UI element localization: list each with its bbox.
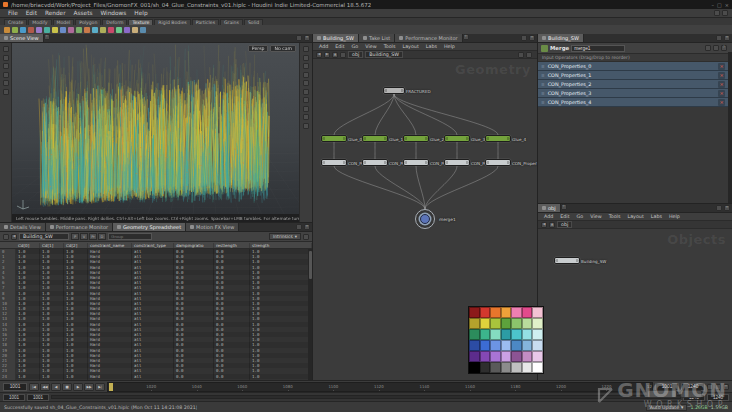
network-canvas[interactable]: Objects Building_SW bbox=[538, 229, 732, 380]
spreadsheet-tab[interactable]: Geometry Spreadsheet bbox=[113, 223, 186, 231]
pin-icon[interactable] bbox=[340, 52, 346, 58]
input-operator-row[interactable]: ≡CON_Properties_4× bbox=[538, 98, 728, 107]
color-swatch[interactable] bbox=[501, 362, 512, 373]
node-Glue_4[interactable]: Glue_4 bbox=[485, 135, 511, 142]
node-merge1[interactable]: merge1 bbox=[415, 209, 435, 229]
spreadsheet-tab[interactable]: Details View bbox=[0, 223, 46, 231]
network-menu-item[interactable]: Tools bbox=[606, 214, 624, 219]
playhead[interactable] bbox=[109, 383, 113, 391]
drag-handle-icon[interactable]: ≡ bbox=[541, 64, 545, 69]
close-button[interactable]: × bbox=[725, 2, 729, 8]
network-menu-item[interactable]: Labs bbox=[423, 44, 440, 49]
spreadsheet-tab[interactable]: Performance Monitor bbox=[46, 223, 113, 231]
network-menu-item[interactable]: View bbox=[362, 44, 379, 49]
geometry-class-toggle[interactable]: V bbox=[80, 233, 88, 240]
global-start-field[interactable] bbox=[3, 394, 25, 401]
network-menu-item[interactable]: Layout bbox=[624, 214, 646, 219]
play-reverse-button[interactable]: ◀◀ bbox=[40, 383, 50, 391]
network-menu-item[interactable]: Layout bbox=[399, 44, 421, 49]
color-swatch[interactable] bbox=[480, 318, 491, 329]
scale-tool-icon[interactable] bbox=[3, 80, 9, 86]
nav-back-icon[interactable]: ◀ bbox=[316, 52, 322, 58]
shelf-tool-icon[interactable] bbox=[52, 27, 58, 33]
node-FRACTURED[interactable]: FRACTURED bbox=[383, 87, 405, 94]
shelf-tool-icon[interactable] bbox=[84, 27, 90, 33]
shelf-tool-icon[interactable] bbox=[4, 27, 10, 33]
shelf-tool-icon[interactable] bbox=[12, 27, 18, 33]
select-tool-icon[interactable] bbox=[3, 55, 9, 61]
color-swatch[interactable] bbox=[469, 329, 480, 340]
color-swatch[interactable] bbox=[469, 340, 480, 351]
shelf-tool-icon[interactable] bbox=[60, 27, 66, 33]
color-swatch[interactable] bbox=[522, 329, 533, 340]
intrinsics-dropdown[interactable]: Intrinsics ▾ bbox=[269, 233, 301, 240]
parameters-tab[interactable]: Building_SW bbox=[538, 34, 584, 42]
play-button[interactable]: ▶▶ bbox=[84, 383, 94, 391]
shelf-tool-icon[interactable] bbox=[68, 27, 74, 33]
color-swatch[interactable] bbox=[532, 351, 543, 362]
network-tab[interactable]: Performance Monitor bbox=[395, 34, 462, 42]
drag-handle-icon[interactable]: ≡ bbox=[541, 100, 545, 105]
pane-menu-icon[interactable]: ≡ bbox=[304, 224, 310, 230]
network-tab[interactable]: Take List bbox=[359, 34, 395, 42]
shelf-tab[interactable]: Create bbox=[4, 19, 27, 25]
color-swatch[interactable] bbox=[480, 329, 491, 340]
column-header[interactable]: constraint_name bbox=[88, 243, 132, 248]
shelf-tab[interactable]: Model bbox=[53, 19, 75, 25]
remove-input-button[interactable]: × bbox=[718, 90, 725, 97]
shading-mode-icon[interactable] bbox=[303, 46, 309, 52]
shelf-tool-icon[interactable] bbox=[36, 27, 42, 33]
input-operator-row[interactable]: ≡CON_Properties_1× bbox=[538, 71, 728, 80]
menu-item[interactable]: File bbox=[4, 10, 22, 16]
pane-menu-icon[interactable]: ≡ bbox=[529, 35, 535, 41]
drag-handle-icon[interactable]: ≡ bbox=[541, 82, 545, 87]
column-header[interactable]: Cd[2] bbox=[64, 243, 88, 248]
node-CON_Properties_0[interactable]: CON_Properties_0 bbox=[321, 159, 347, 166]
drag-handle-icon[interactable]: ≡ bbox=[541, 91, 545, 96]
shelf-tab[interactable]: Particles bbox=[192, 19, 219, 25]
table-row[interactable]: 251.01.01.0Hardall0.00.01.0 bbox=[0, 379, 312, 380]
overlay-chip[interactable] bbox=[647, 390, 677, 398]
network-menu-item[interactable]: View bbox=[587, 214, 604, 219]
color-swatch[interactable] bbox=[469, 307, 480, 318]
wireframe-icon[interactable] bbox=[303, 55, 309, 61]
node-Glue_1[interactable]: Glue_1 bbox=[362, 135, 388, 142]
column-header[interactable]: strength bbox=[250, 243, 312, 248]
color-swatch[interactable] bbox=[480, 340, 491, 351]
color-swatch[interactable] bbox=[511, 307, 522, 318]
column-header[interactable]: Cd[1] bbox=[40, 243, 64, 248]
objects-network-tab[interactable]: obj bbox=[538, 204, 561, 212]
camera-persp-label[interactable]: Persp bbox=[248, 45, 269, 52]
spreadsheet-body[interactable]: 01.01.01.0Hardall0.00.01.011.01.01.0Hard… bbox=[0, 249, 312, 380]
view-tool-icon[interactable] bbox=[3, 46, 9, 52]
network-menu-item[interactable]: Edit bbox=[332, 44, 347, 49]
loop-mode-icon[interactable] bbox=[707, 384, 713, 390]
color-swatch[interactable] bbox=[522, 351, 533, 362]
color-swatch[interactable] bbox=[480, 362, 491, 373]
pane-maximize-icon[interactable] bbox=[716, 205, 722, 211]
shelf-tab[interactable]: Texture bbox=[128, 19, 153, 25]
color-swatch[interactable] bbox=[532, 362, 543, 373]
layout-icon[interactable] bbox=[714, 10, 720, 16]
jump-to-start-button[interactable]: |◀ bbox=[29, 383, 39, 391]
new-tab-icon[interactable]: + bbox=[561, 204, 567, 210]
node-CON_Properties_1[interactable]: CON_Properties_1 bbox=[362, 159, 388, 166]
color-swatch[interactable] bbox=[490, 307, 501, 318]
color-swatch[interactable] bbox=[480, 351, 491, 362]
color-swatch[interactable] bbox=[469, 362, 480, 373]
viewport[interactable]: Persp No cam Left mouse tumbles. Middle … bbox=[0, 43, 312, 222]
playbar-options-icon[interactable]: ≡ bbox=[723, 384, 729, 390]
nav-forward-icon[interactable]: ▶ bbox=[324, 52, 330, 58]
color-swatch[interactable] bbox=[501, 318, 512, 329]
breadcrumb[interactable]: obj bbox=[557, 221, 572, 228]
realtime-toggle-icon[interactable] bbox=[715, 384, 721, 390]
color-swatch[interactable] bbox=[511, 340, 522, 351]
nav-back-icon[interactable]: ◀ bbox=[11, 234, 17, 240]
maximize-button[interactable]: □ bbox=[717, 2, 722, 8]
color-swatch[interactable] bbox=[511, 351, 522, 362]
network-menu-item[interactable]: Add bbox=[541, 214, 556, 219]
camera-menu[interactable]: No cam bbox=[270, 45, 296, 52]
range-slider-track[interactable] bbox=[51, 395, 681, 399]
color-swatch[interactable] bbox=[511, 362, 522, 373]
new-tab-icon[interactable]: + bbox=[44, 34, 50, 40]
